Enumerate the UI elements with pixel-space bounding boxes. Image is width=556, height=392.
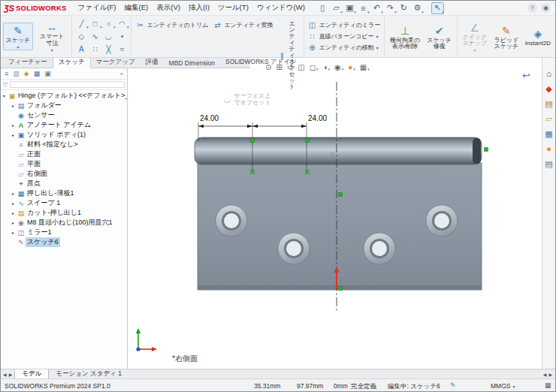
apply-scene-icon[interactable]: ▦▾ bbox=[360, 63, 370, 71]
point-tool-button[interactable]: • bbox=[115, 30, 128, 43]
expander-icon[interactable]: ▾ bbox=[1, 93, 8, 98]
pattern-tool-button[interactable]: ∷ bbox=[88, 43, 101, 56]
appearances-scenes-icon[interactable]: ● bbox=[546, 145, 551, 153]
tab-sketch[interactable]: スケッチ bbox=[53, 56, 91, 68]
tree-item-extrude-thin[interactable]: ▸ ▦ 押し出し-薄板1 bbox=[1, 188, 127, 198]
options-button[interactable]: ⚙▾ bbox=[411, 2, 424, 14]
solidworks-resources-icon[interactable]: ◆ bbox=[545, 85, 551, 93]
expander-icon[interactable]: ▸ bbox=[10, 230, 17, 235]
tab-features[interactable]: フィーチャー bbox=[3, 57, 53, 68]
display-style-icon[interactable]: ◑▾ bbox=[322, 63, 330, 71]
zoom-area-icon[interactable]: ⊞ bbox=[276, 63, 282, 71]
configurationmanager-tab-icon[interactable]: ◈ bbox=[24, 70, 29, 77]
tree-item-sketch6[interactable]: ✎ スケッチ6 bbox=[1, 237, 127, 247]
home-icon[interactable]: ⌂ bbox=[546, 70, 551, 78]
view-orientation-icon[interactable]: ◻▾ bbox=[310, 63, 319, 71]
motion-study-tab[interactable]: モーション スタディ 1 bbox=[49, 369, 128, 378]
tree-item-front-plane[interactable]: ▱ 正面 bbox=[1, 149, 127, 159]
display-delete-relations-button[interactable]: ⊥ 幾何拘束の表示/削除 bbox=[387, 23, 423, 51]
expander-icon[interactable]: ▸ bbox=[10, 191, 17, 196]
tree-item-origin[interactable]: + 原点 bbox=[1, 179, 127, 188]
previous-view-icon[interactable]: ↺ bbox=[287, 63, 293, 71]
tree-item-cut-extrude[interactable]: ▸ ▤ カット-押し出し1 bbox=[1, 208, 127, 218]
displaymanager-tab-icon[interactable]: ▣ bbox=[44, 70, 51, 77]
tree-item-sweep[interactable]: ▸ ∿ スイープ 1 bbox=[1, 198, 127, 208]
menu-edit[interactable]: 編集(E) bbox=[121, 2, 153, 14]
file-explorer-icon[interactable]: ▱ bbox=[545, 115, 551, 123]
print-button[interactable]: ≡▾ bbox=[357, 2, 370, 14]
edit-appearance-icon[interactable]: ●▾ bbox=[348, 63, 355, 71]
tree-item-material[interactable]: ≡ 材料 <指定なし> bbox=[1, 140, 127, 149]
tree-item-countersink-hole[interactable]: ▸ ◉ M8 皿頭小ねじ(100)用皿穴1 bbox=[1, 218, 127, 228]
rectangle-tool-button[interactable]: □▾ bbox=[88, 17, 101, 30]
expander-icon[interactable]: ▸ bbox=[10, 210, 17, 216]
menu-insert[interactable]: 挿入(I) bbox=[185, 2, 213, 14]
expander-icon[interactable]: ▸ bbox=[10, 201, 17, 206]
sketch-button[interactable]: ✎ スケッチ▾ bbox=[3, 23, 33, 50]
ellipse-tool-button[interactable]: ◡ bbox=[101, 30, 115, 43]
rebuild-button[interactable]: ↻ bbox=[397, 2, 410, 14]
propertymanager-tab-icon[interactable]: ▥ bbox=[13, 70, 20, 77]
expander-icon[interactable]: ▸ bbox=[10, 122, 17, 128]
tab-scroll-left-icon[interactable]: ◀ bbox=[543, 372, 547, 377]
menu-window[interactable]: ウィンドウ(W) bbox=[253, 2, 309, 14]
line-tool-button[interactable]: ╱▾ bbox=[74, 17, 88, 30]
account-button[interactable]: ◉ bbox=[541, 3, 551, 13]
fillet-tool-button[interactable]: ≈ bbox=[115, 43, 128, 56]
units-selector[interactable]: MMGS ▾ bbox=[491, 382, 515, 390]
dimension-value[interactable]: 24.00 bbox=[308, 114, 327, 122]
new-document-button[interactable]: ▯ bbox=[316, 2, 329, 14]
menu-tools[interactable]: ツール(T) bbox=[214, 2, 252, 14]
open-button[interactable]: ▱▾ bbox=[330, 2, 343, 14]
tree-item-mirror[interactable]: ▸ ◫ ミラー1 bbox=[1, 228, 127, 237]
tab-scroll-left-icon[interactable]: ◀ bbox=[3, 372, 7, 377]
expander-icon[interactable]: ▸ bbox=[10, 132, 17, 137]
mirror-entities-button[interactable]: ◫エンティティのミラー bbox=[307, 20, 382, 30]
featuremanager-tab-icon[interactable]: ≡ bbox=[5, 70, 8, 77]
countersink-hole[interactable] bbox=[278, 233, 310, 264]
tab-scroll-right-icon[interactable]: ▶ bbox=[9, 372, 13, 377]
help-button[interactable]: ? bbox=[527, 3, 537, 13]
tags-icon[interactable]: ▦ bbox=[545, 381, 551, 389]
graphics-viewport[interactable]: 24.00 24.00 S bbox=[128, 58, 543, 369]
tree-item-right-plane[interactable]: ▱ 右側面 bbox=[1, 169, 127, 179]
rapid-sketch-button[interactable]: ✎ ラピッドスケッチ bbox=[491, 23, 521, 51]
arc-tool-button[interactable]: ◠▾ bbox=[115, 17, 128, 30]
tab-scroll-right-icon[interactable]: ▶ bbox=[548, 372, 552, 377]
menu-view[interactable]: 表示(V) bbox=[153, 2, 184, 14]
model-tab[interactable]: モデル bbox=[14, 369, 49, 378]
countersink-hole[interactable] bbox=[216, 205, 247, 237]
design-library-icon[interactable]: ▤ bbox=[545, 100, 552, 108]
dimension-value[interactable]: 24.00 bbox=[200, 114, 219, 122]
graphics-area[interactable]: 24.00 24.00 S bbox=[128, 58, 543, 369]
custom-properties-icon[interactable]: ▤ bbox=[545, 160, 552, 168]
smart-dimension-button[interactable]: ↔ スマート寸法▾ bbox=[35, 19, 69, 53]
trim-entities-button[interactable]: ✂エンティティのトリム bbox=[134, 20, 210, 30]
expander-icon[interactable]: ▸ bbox=[10, 103, 17, 108]
manager-tabs-overflow-icon[interactable]: » bbox=[120, 71, 123, 77]
repair-sketch-button[interactable]: ✔ スケッチ修復 bbox=[425, 23, 455, 51]
hide-show-items-icon[interactable]: ◉▾ bbox=[334, 63, 343, 71]
tree-filter-input[interactable] bbox=[10, 81, 125, 88]
tree-item-sensors[interactable]: ◉ センサー bbox=[1, 110, 127, 120]
tree-item-top-plane[interactable]: ▱ 平面 bbox=[1, 159, 127, 169]
tree-item-annotations[interactable]: ▸ A アノテート アイテム bbox=[1, 120, 127, 130]
zoom-fit-icon[interactable]: ⊙ bbox=[265, 63, 271, 71]
tree-item-solid-bodies[interactable]: ▸ ▣ ソリッド ボディ(1) bbox=[1, 130, 127, 140]
view-palette-icon[interactable]: ▦ bbox=[545, 130, 552, 138]
countersink-hole[interactable] bbox=[364, 233, 395, 264]
tab-markup[interactable]: マークアップ bbox=[91, 57, 141, 68]
expander-icon[interactable]: ▸ bbox=[10, 220, 17, 225]
linear-sketch-pattern-button[interactable]: ∷直線パターンコピー▾ bbox=[307, 32, 382, 41]
move-entities-button[interactable]: ⊕エンティティの移動▾ bbox=[307, 43, 382, 53]
polygon-tool-button[interactable]: ◇ bbox=[74, 30, 88, 43]
spline-tool-button[interactable]: ∿ bbox=[88, 30, 101, 43]
exit-sketch-confirmation-icon[interactable]: ↩ bbox=[522, 70, 530, 81]
circle-tool-button[interactable]: ○▾ bbox=[101, 17, 115, 30]
countersink-hole[interactable] bbox=[426, 205, 458, 237]
select-tool-button[interactable]: ↖▾ bbox=[431, 2, 444, 14]
convert-entities-button[interactable]: ⇄エンティティ変換 bbox=[211, 20, 274, 30]
dimxpertmanager-tab-icon[interactable]: ▦ bbox=[34, 70, 41, 77]
save-button[interactable]: ▣▾ bbox=[343, 2, 356, 14]
tree-item-folder[interactable]: ▸ ▤ フォルダー bbox=[1, 101, 127, 110]
